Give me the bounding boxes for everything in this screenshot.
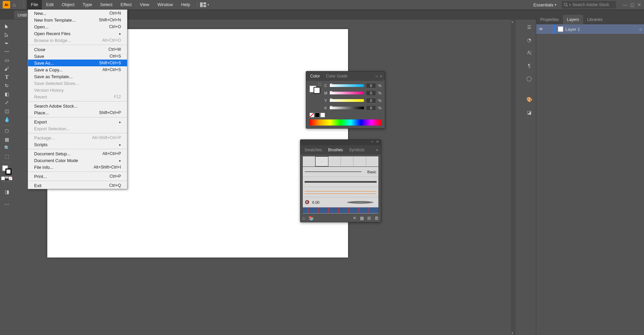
menu-object[interactable]: Object [58,0,79,9]
file-menu-item[interactable]: Scripts▸ [28,141,127,148]
workspace-switcher[interactable]: Essentials▾ [531,1,559,9]
brush-thumb[interactable]: • [303,156,315,166]
file-menu-item[interactable]: Export▸ [28,118,127,125]
appearance-icon[interactable]: ◔ [525,36,533,44]
curvature-tool[interactable]: 〰 [1,48,12,56]
vertical-scrollbar[interactable] [511,20,516,335]
rotate-tool[interactable]: ↻ [1,82,12,90]
menu-edit[interactable]: Edit [42,0,57,9]
file-menu-item[interactable]: Place...Shift+Ctrl+P [28,109,127,116]
eraser-tool[interactable]: ◧ [1,90,12,98]
zoom-tool[interactable]: 🔍 [1,144,12,152]
panel-menu-icon[interactable]: ≡ [376,148,378,152]
menu-help[interactable]: Help [177,0,194,9]
brush-thumb[interactable]: ● [366,156,378,166]
direct-selection-tool[interactable] [1,31,12,39]
delete-icon[interactable]: 🗑 [374,216,379,221]
type-tool[interactable]: T [1,73,12,81]
layer-name[interactable]: Layer 1 [565,27,580,32]
fill-stroke-swatch[interactable]: ⬚ [309,83,320,111]
file-menu-item[interactable]: CloseCtrl+W [28,46,127,53]
brush-item-border[interactable] [303,187,378,197]
tab-layers[interactable]: Layers [563,15,583,24]
close-icon[interactable]: ✕ [637,2,641,7]
pathfinder-icon[interactable]: ◪ [525,108,533,116]
brush-thumb[interactable]: · [353,156,366,166]
color-slider-m[interactable]: M% [324,90,381,96]
paragraph-icon[interactable]: ¶ [525,62,533,70]
file-menu-item[interactable]: Print...Ctrl+P [28,173,127,180]
selection-tool[interactable] [1,22,12,30]
color-slider-y[interactable]: Y% [324,98,381,103]
file-menu-item[interactable]: ExitCtrl+Q [28,182,127,189]
menu-window[interactable]: Window [153,0,177,9]
swatch-shortcuts[interactable] [306,113,385,119]
menu-file[interactable]: File [27,0,42,9]
hand-tool[interactable]: ⬚ [1,152,12,160]
color-icon[interactable]: 🎨 [525,95,533,104]
color-value-input[interactable] [366,98,376,103]
file-menu-item[interactable]: Open...Ctrl+O [28,23,127,30]
brush-item-basic[interactable]: Basic [303,167,378,177]
scale-tool[interactable]: ⤢ [1,98,12,107]
white-swatch[interactable] [320,113,325,117]
file-menu-item[interactable]: Save a Copy...Alt+Ctrl+S [28,66,127,73]
brush-item-pattern[interactable] [303,207,378,214]
file-menu-item[interactable]: Search Adobe Stock... [28,103,127,109]
panel-menu-icon[interactable]: ☰ [525,23,533,31]
menu-type[interactable]: Type [78,0,96,9]
menu-select[interactable]: Select [96,0,117,9]
color-value-input[interactable] [366,83,376,88]
new-brush-icon[interactable]: ⊞ [367,216,371,221]
file-menu-item[interactable]: SaveCtrl+S [28,53,127,60]
maximize-icon[interactable]: ◱ [630,2,635,7]
draw-mode[interactable]: ◨ [1,188,12,196]
color-slider-c[interactable]: C% [324,83,381,88]
fill-stroke-control[interactable] [2,165,11,175]
brush-thumb[interactable]: · [328,156,341,166]
collapse-icon[interactable]: ›› [375,74,378,78]
none-swatch[interactable] [309,113,314,117]
pen-tool[interactable]: ✒ [1,39,12,47]
home-icon[interactable]: ⌂ [13,2,16,7]
visibility-icon[interactable]: 👁 [538,27,544,32]
remove-stroke-icon[interactable]: ✕ [353,216,356,221]
gradient-tool[interactable]: ◫ [1,107,12,115]
transform-icon[interactable]: ◯ [525,74,533,83]
tab-brushes[interactable]: Brushes [327,148,344,152]
eyedropper-tool[interactable]: 💧 [1,115,12,124]
character-icon[interactable]: A| [525,49,533,57]
collapse-icon[interactable]: ‹‹ [371,140,373,145]
black-swatch[interactable] [315,113,320,117]
brush-thumb[interactable]: ● [315,156,328,166]
color-slider-k[interactable]: K% [324,105,381,111]
brush-item-rough[interactable] [303,177,378,187]
tab-color-guide[interactable]: Color Guide [325,74,349,79]
color-value-input[interactable] [366,90,376,96]
shape-builder-tool[interactable]: ⬡ [1,127,12,135]
color-value-input[interactable] [366,105,376,111]
minimize-icon[interactable]: — [623,2,627,7]
file-menu-item[interactable]: File Info...Alt+Shift+Ctrl+I [28,164,127,171]
edit-toolbar[interactable]: ⋯ [1,200,12,208]
rectangle-tool[interactable]: ▭ [1,56,12,64]
menu-view[interactable]: View [136,0,153,9]
panel-menu-icon[interactable]: ≡ [380,74,382,78]
file-menu-item[interactable]: Document Setup...Alt+Ctrl+P [28,150,127,157]
file-menu-item[interactable]: Save As...Shift+Ctrl+S [28,60,127,66]
search-stock-input[interactable]: ▾ Search Adobe Stock [562,1,616,8]
menu-effect[interactable]: Effect [117,0,136,9]
libraries-icon[interactable]: ⌂ [302,216,305,221]
tab-swatches[interactable]: Swatches [303,148,323,152]
artboard-tool[interactable]: ▦ [1,135,12,143]
file-menu-item[interactable]: New from Template...Shift+Ctrl+N [28,17,127,23]
tab-properties[interactable]: Properties [536,15,563,24]
options-icon[interactable]: ▦ [360,216,364,221]
tab-symbols[interactable]: Symbols [348,148,366,152]
layer-row[interactable]: 👁 Layer 1 ○ [536,24,644,34]
tab-libraries[interactable]: Libraries [583,15,607,24]
file-menu-item[interactable]: New...Ctrl+N [28,10,127,17]
close-icon[interactable]: ✕ [376,140,379,145]
tab-color[interactable]: Color [309,74,321,79]
file-menu-item[interactable]: Open Recent Files▸ [28,30,127,37]
